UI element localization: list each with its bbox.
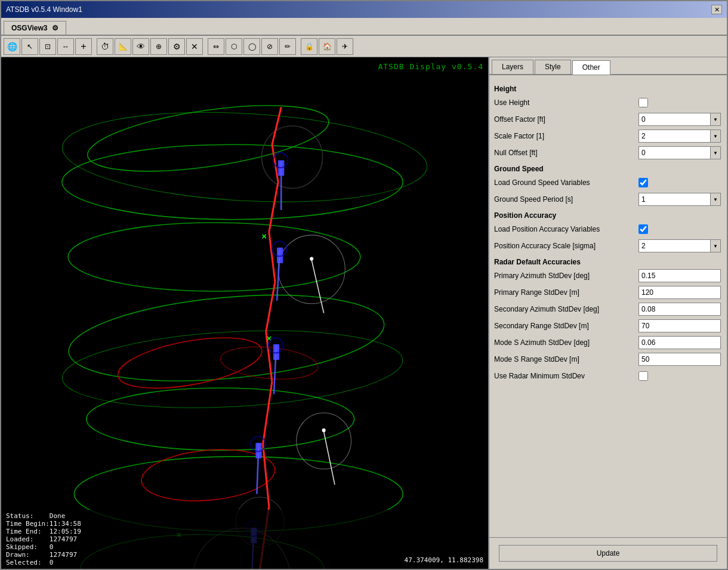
load-gs-vars-checkbox[interactable] (638, 178, 648, 187)
tab-bar: OSGView3 ⚙ (1, 18, 727, 36)
status-bar: Status: Done Time Begin: 11:34:58 Time E… (1, 510, 488, 569)
secondary-az-row: Secondary Azimuth StdDev [deg] (494, 302, 722, 316)
add-btn[interactable]: + (75, 38, 92, 55)
coordinates: 47.374009, 11.882398 (405, 556, 483, 564)
time-end-value: 12:05:19 (50, 528, 81, 535)
primary-az-input[interactable] (638, 269, 721, 282)
pa-scale-label: Position Accuracy Scale [sigma] (494, 242, 638, 250)
null-offset-select[interactable]: 0 (638, 146, 721, 159)
edit-btn[interactable]: ✏ (279, 38, 296, 55)
window-title: ATSDB v0.5.4 Window1 (6, 5, 82, 14)
panel-content: Height Use Height Offset Factor [ft] (489, 75, 727, 537)
scale-factor-label: Scale Factor [1] (494, 132, 638, 140)
tab-other[interactable]: Other (572, 60, 610, 75)
close-button[interactable]: ✕ (711, 5, 722, 14)
nav-btn[interactable]: ✈ (337, 38, 353, 55)
svg-point-3 (87, 388, 354, 451)
move-btn[interactable]: ↔ (57, 38, 74, 55)
ground-speed-section: Ground Speed Load Ground Speed Variables… (494, 165, 722, 207)
globe-icon[interactable]: 🌐 (4, 38, 20, 55)
loaded-label: Loaded: (6, 535, 50, 543)
svg-point-12 (278, 235, 345, 304)
svg-text:×: × (262, 232, 267, 241)
modes-az-input[interactable] (638, 336, 721, 349)
primary-range-input[interactable] (638, 286, 721, 299)
scale-factor-select[interactable]: 2 (638, 130, 721, 143)
main-content: × × × × ATSDB Display v0.5.4 Status: Don… (1, 57, 727, 569)
eye-btn[interactable]: 👁 (132, 38, 149, 55)
svg-line-18 (272, 144, 278, 182)
selected-value: 0 (50, 559, 81, 566)
gs-period-select[interactable]: 1 (638, 193, 721, 206)
svg-line-23 (263, 381, 272, 444)
ground-speed-title: Ground Speed (494, 165, 722, 173)
use-min-stddev-checkbox[interactable] (638, 371, 648, 381)
skipped-label: Skipped: (6, 543, 50, 551)
null-offset-label: Null Offset [ft] (494, 149, 638, 157)
offset-factor-select[interactable]: 0 (638, 113, 721, 126)
tab-style[interactable]: Style (535, 60, 571, 74)
gear-btn[interactable]: ⚙ (168, 38, 185, 55)
tab-layers[interactable]: Layers (492, 60, 533, 74)
scale-factor-row: Scale Factor [1] 2 ▼ (494, 129, 722, 143)
svg-point-9 (114, 328, 265, 398)
modes-az-row: Mode S Azimuth StdDev [deg] (494, 335, 722, 350)
select-btn[interactable]: ⊡ (39, 38, 56, 55)
slash-btn[interactable]: ⊘ (261, 38, 278, 55)
svg-point-39 (322, 429, 326, 432)
loaded-value: 1274797 (50, 535, 81, 543)
load-pa-vars-row: Load Position Accuracy Variables (494, 222, 722, 236)
view-area: × × × × ATSDB Display v0.5.4 Status: Don… (1, 57, 488, 569)
arrows-btn[interactable]: ⇔ (208, 38, 224, 55)
primary-az-label: Primary Azimuth StdDev [deg] (494, 272, 638, 280)
ruler-btn[interactable]: 📐 (115, 38, 131, 55)
cursor-btn[interactable]: ↖ (21, 38, 38, 55)
use-height-checkbox[interactable] (638, 98, 648, 107)
offset-factor-row: Offset Factor [ft] 0 ▼ (494, 112, 722, 127)
panel-tabs: Layers Style Other (489, 57, 727, 75)
load-gs-vars-row: Load Ground Speed Variables (494, 175, 722, 190)
gs-period-row: Ground Speed Period [s] 1 ▼ (494, 192, 722, 207)
load-pa-vars-checkbox[interactable] (638, 224, 648, 234)
update-button[interactable]: Update (499, 545, 717, 562)
sphere-btn[interactable]: ⊕ (150, 38, 167, 55)
svg-point-0 (62, 144, 403, 219)
svg-point-13 (297, 413, 351, 469)
use-min-stddev-row: Use Radar Minimum StdDev (494, 369, 722, 383)
pa-scale-select[interactable]: 2 (638, 239, 721, 252)
status-label: Status: (6, 512, 50, 520)
clock-btn[interactable]: ⏱ (97, 38, 113, 55)
title-bar: ATSDB v0.5.4 Window1 ✕ (1, 1, 727, 18)
svg-line-38 (324, 432, 335, 485)
secondary-range-row: Secondary Range StdDev [m] (494, 319, 722, 333)
svg-point-37 (310, 257, 313, 260)
primary-range-label: Primary Range StdDev [m] (494, 288, 638, 297)
circle-btn[interactable]: ◯ (243, 38, 260, 55)
secondary-range-input[interactable] (638, 319, 721, 332)
offset-factor-label: Offset Factor [ft] (494, 115, 638, 124)
position-accuracy-title: Position Accuracy (494, 211, 722, 220)
use-min-stddev-label: Use Radar Minimum StdDev (494, 372, 638, 380)
selected-label: Selected: (6, 559, 50, 566)
polygon-btn[interactable]: ⬡ (226, 38, 242, 55)
drawn-value: 1274797 (50, 551, 81, 559)
tab-osgview[interactable]: OSGView3 ⚙ (4, 21, 66, 35)
modes-range-label: Mode S Range StdDev [m] (494, 355, 638, 363)
use-height-row: Use Height (494, 95, 722, 110)
xmark-btn[interactable]: ✕ (186, 38, 203, 55)
svg-point-7 (60, 104, 430, 211)
svg-point-15 (262, 126, 323, 189)
drawn-label: Drawn: (6, 551, 50, 559)
home-btn[interactable]: 🏠 (319, 38, 335, 55)
gear-icon: ⚙ (52, 24, 58, 32)
lock-btn[interactable]: 🔒 (301, 38, 317, 55)
modes-range-input[interactable] (638, 353, 721, 366)
time-begin-value: 11:34:58 (50, 520, 81, 528)
radar-defaults-title: Radar Default Accuracies (494, 258, 722, 266)
svg-line-24 (263, 444, 269, 507)
secondary-az-input[interactable] (638, 303, 721, 316)
primary-range-row: Primary Range StdDev [m] (494, 285, 722, 300)
modes-range-row: Mode S Range StdDev [m] (494, 352, 722, 366)
gs-period-label: Ground Speed Period [s] (494, 195, 638, 204)
svg-point-6 (84, 93, 332, 183)
